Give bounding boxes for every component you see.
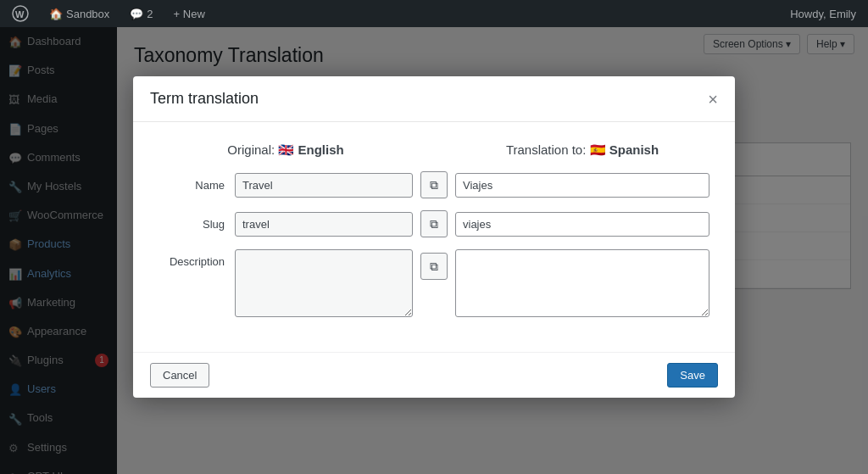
- new-item[interactable]: + New: [169, 0, 210, 27]
- description-original-textarea[interactable]: [235, 249, 413, 317]
- admin-bar: W 🏠 Sandbox 💬 2 + New Howdy, Emily: [0, 0, 868, 27]
- cancel-button[interactable]: Cancel: [150, 363, 209, 388]
- slug-original-input[interactable]: [235, 212, 413, 237]
- slug-copy-button[interactable]: ⧉: [420, 210, 448, 237]
- description-copy-button[interactable]: ⧉: [420, 253, 448, 280]
- howdy-user[interactable]: Howdy, Emily: [785, 0, 861, 27]
- translation-flag: 🇪🇸: [590, 142, 606, 157]
- name-field-row: Name ⧉: [159, 171, 709, 198]
- name-copy-button[interactable]: ⧉: [420, 171, 448, 198]
- modal-footer: Cancel Save: [133, 352, 735, 398]
- modal-body: Original: 🇬🇧 English Translation to: 🇪🇸 …: [133, 122, 735, 352]
- name-original-input[interactable]: [235, 173, 413, 198]
- name-copy-col: ⧉: [413, 171, 455, 198]
- modal-title: Term translation: [150, 90, 259, 108]
- description-field-row: Description ⧉: [159, 249, 709, 320]
- modal-columns-header: Original: 🇬🇧 English Translation to: 🇪🇸 …: [159, 142, 709, 158]
- translation-header: Translation to: 🇪🇸 Spanish: [455, 142, 709, 158]
- comments-bar[interactable]: 💬 2: [125, 0, 158, 27]
- original-header: Original: 🇬🇧 English: [159, 142, 413, 158]
- save-button[interactable]: Save: [667, 363, 718, 388]
- slug-translation-input[interactable]: [455, 212, 709, 237]
- slug-field-row: Slug ⧉: [159, 210, 709, 237]
- name-original-side: Name: [159, 173, 413, 198]
- modal-close-button[interactable]: ×: [708, 91, 718, 108]
- desc-original-side: Description: [159, 249, 413, 317]
- svg-text:W: W: [15, 9, 25, 20]
- desc-copy-col: ⧉: [413, 249, 455, 280]
- original-flag: 🇬🇧: [278, 142, 294, 157]
- modal-header: Term translation ×: [133, 76, 735, 122]
- slug-original-side: Slug: [159, 212, 413, 237]
- name-translation-input[interactable]: [455, 173, 709, 198]
- slug-translation-side: [455, 212, 709, 237]
- name-translation-side: [455, 173, 709, 198]
- description-translation-textarea[interactable]: [455, 249, 709, 317]
- modal-overlay: Term translation × Original: 🇬🇧 English …: [0, 0, 868, 474]
- desc-translation-side: [455, 249, 709, 320]
- slug-copy-col: ⧉: [413, 210, 455, 237]
- wp-logo-item[interactable]: W: [7, 0, 34, 27]
- term-translation-modal: Term translation × Original: 🇬🇧 English …: [133, 76, 735, 398]
- admin-bar-right: Howdy, Emily: [785, 0, 861, 27]
- site-name[interactable]: 🏠 Sandbox: [44, 0, 114, 27]
- name-label: Name: [159, 179, 235, 192]
- description-label: Description: [159, 249, 235, 268]
- slug-label: Slug: [159, 218, 235, 231]
